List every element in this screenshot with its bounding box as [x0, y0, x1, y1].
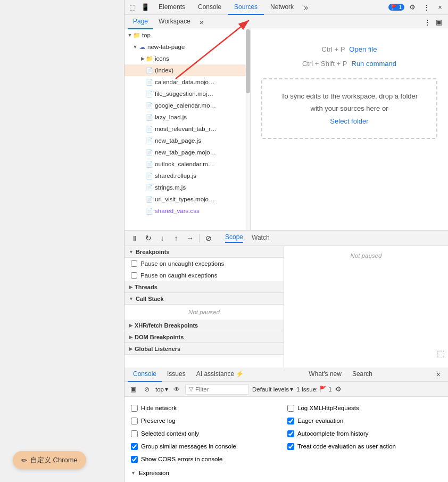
pause-caught-checkbox[interactable]	[131, 272, 137, 279]
tab-network[interactable]: Network	[264, 0, 300, 15]
pause-uncaught-option[interactable]: Pause on uncaught exceptions	[125, 258, 284, 269]
tab-issues[interactable]: Issues	[162, 367, 191, 382]
settings-icon[interactable]: ⚙	[406, 2, 418, 13]
scope-watch-tabs: Scope Watch	[225, 233, 270, 243]
xhr-breakpoints-header[interactable]: ▶ XHR/fetch Breakpoints	[125, 320, 284, 331]
tree-item-icons[interactable]: ▶ 📁 icons	[125, 53, 250, 64]
tree-item-outlookcalendar[interactable]: 📄 outlook_calendar.m…	[125, 158, 250, 170]
open-file-link[interactable]: Open file	[349, 45, 377, 53]
tree-item-index[interactable]: 📄 (index)	[125, 64, 250, 76]
more-tabs-icon[interactable]: »	[300, 2, 312, 13]
hide-network-label: Hide network	[141, 405, 177, 411]
tree-item-newtabpagejs[interactable]: 📄 new_tab_page.js	[125, 135, 250, 146]
threads-header[interactable]: ▶ Threads	[125, 281, 284, 293]
deactivate-breakpoints-button[interactable]: ⊘	[203, 232, 214, 244]
tree-item-filesuggestion[interactable]: 📄 file_suggestion.moj…	[125, 88, 250, 100]
eye-filter-icon[interactable]: 👁	[171, 384, 182, 395]
step-into-button[interactable]: ↓	[156, 232, 168, 244]
cors-errors-checkbox[interactable]	[131, 456, 138, 463]
tree-item-sharedvarscss[interactable]: 📄 shared_vars.css	[125, 205, 250, 217]
tab-ai-assistance[interactable]: AI assistance ⚡	[191, 367, 250, 382]
pause-caught-option[interactable]: Pause on caught exceptions	[125, 269, 284, 281]
eager-eval-checkbox[interactable]	[287, 418, 294, 424]
tab-page[interactable]: Page	[128, 15, 153, 29]
tree-label-stringsmjs: strings.m.js	[155, 184, 186, 191]
threads-label: Threads	[135, 284, 157, 290]
tree-label-calendardata: calendar_data.mojo…	[155, 79, 215, 85]
issue-flag-icon: 🚩	[319, 386, 327, 393]
tab-workspace[interactable]: Workspace	[153, 15, 196, 29]
arrow-icons: ▶	[139, 56, 146, 61]
run-command-link[interactable]: Run command	[352, 60, 397, 68]
tab-console[interactable]: Console	[192, 0, 228, 15]
tree-item-newtabpagemojo[interactable]: 📄 new_tab_page.mojo…	[125, 146, 250, 158]
device-icon[interactable]: 📱	[139, 2, 151, 13]
customize-chrome-button[interactable]: ✏ 自定义 Chrome	[13, 451, 86, 469]
global-listeners-header[interactable]: ▶ Global Listeners	[125, 343, 284, 355]
debugger-section: ⏸ ↻ ↓ ↑ → ⊘ Scope Watch ▼ Breakpoints	[125, 230, 448, 482]
console-option-hide-network: Hide network	[130, 402, 286, 414]
customize-chrome-label: 自定义 Chrome	[30, 455, 78, 465]
file-tree: ▼ 📁 top ▼ ☁ new-tab-page ▶ 📁 icons	[125, 29, 251, 217]
pause-uncaught-checkbox[interactable]	[131, 260, 137, 267]
console-filter-input[interactable]	[195, 386, 245, 393]
selected-ctx-checkbox[interactable]	[131, 430, 138, 437]
preserve-log-checkbox[interactable]	[131, 418, 138, 424]
tree-item-mostrelevant[interactable]: 📄 most_relevant_tab_r…	[125, 123, 250, 135]
tree-item-top[interactable]: ▼ 📁 top	[125, 29, 250, 41]
close-console-tab-button[interactable]: ×	[432, 370, 445, 379]
console-option-preserve-log: Preserve log	[130, 415, 286, 427]
tab-search[interactable]: Search	[347, 367, 378, 382]
tree-item-calendardata[interactable]: 📄 calendar_data.mojo…	[125, 76, 250, 88]
log-xhr-checkbox[interactable]	[287, 405, 294, 412]
toggle-panel-icon[interactable]: ▣	[433, 16, 445, 28]
shortcut-openfile-key: Ctrl + P	[322, 45, 345, 53]
tab-console-main[interactable]: Console	[128, 367, 162, 382]
debug-separator	[199, 234, 200, 242]
tree-scrollbar-thumb[interactable]	[246, 29, 250, 93]
more-source-tabs-icon[interactable]: »	[196, 16, 208, 28]
tab-sources[interactable]: Sources	[228, 0, 264, 15]
tab-elements[interactable]: Elements	[152, 0, 192, 15]
levels-select[interactable]: Default levels ▾	[252, 386, 293, 393]
tab-scope[interactable]: Scope	[225, 233, 243, 243]
tab-whats-new[interactable]: What's new	[303, 367, 347, 382]
console-settings-gear-icon[interactable]: ⚙	[335, 385, 342, 393]
tree-item-lazyload[interactable]: 📄 lazy_load.js	[125, 111, 250, 123]
inspect-icon[interactable]: ⬚	[127, 2, 138, 13]
tree-item-newtabpage[interactable]: ▼ ☁ new-tab-page	[125, 41, 250, 53]
shortcut-openfile-row: Ctrl + P Open file	[322, 45, 377, 53]
dom-breakpoints-header[interactable]: ▶ DOM Breakpoints	[125, 331, 284, 343]
tab-watch[interactable]: Watch	[252, 234, 270, 242]
pause-button[interactable]: ⏸	[129, 232, 140, 244]
treat-code-checkbox[interactable]	[287, 443, 294, 450]
step-out-button[interactable]: ↑	[170, 232, 182, 244]
context-select[interactable]: top ▾	[155, 386, 168, 393]
toggle-sidebar-icon[interactable]: ▣	[128, 384, 138, 395]
add-source-icon[interactable]: ⋮	[421, 16, 433, 28]
tree-item-urlvisit[interactable]: 📄 url_visit_types.mojo…	[125, 193, 250, 205]
close-devtools-icon[interactable]: ×	[434, 2, 446, 13]
tree-item-sharedrollup[interactable]: 📄 shared.rollup.js	[125, 170, 250, 182]
more-options-icon[interactable]: ⋮	[420, 2, 432, 13]
global-arrow: ▶	[129, 346, 132, 352]
dom-label: DOM Breakpoints	[135, 334, 184, 340]
tree-label-outlookcalendar: outlook_calendar.m…	[155, 161, 214, 167]
issue-count-label: 1 Issue:	[296, 386, 318, 393]
breakpoints-header[interactable]: ▼ Breakpoints	[125, 246, 284, 258]
hide-network-checkbox[interactable]	[131, 405, 138, 412]
group-similar-checkbox[interactable]	[131, 443, 138, 450]
callstack-arrow: ▼	[129, 296, 134, 301]
step-button[interactable]: →	[184, 232, 196, 244]
callstack-header[interactable]: ▼ Call Stack	[125, 293, 284, 305]
console-option-empty-col2	[286, 453, 443, 465]
selected-ctx-label: Selected context only	[141, 430, 199, 437]
autocomplete-checkbox[interactable]	[287, 430, 294, 437]
workspace-drop-text: To sync edits to the workspace, drop a f…	[281, 92, 418, 112]
clear-console-icon[interactable]: ⊘	[142, 384, 152, 395]
select-folder-link[interactable]: Select folder	[330, 117, 368, 125]
tree-item-googlecalendar[interactable]: 📄 google_calendar.mo…	[125, 100, 250, 111]
step-over-button[interactable]: ↻	[143, 232, 154, 244]
pencil-icon: ✏	[21, 456, 27, 464]
tree-item-stringsmjs[interactable]: 📄 strings.m.js	[125, 182, 250, 193]
